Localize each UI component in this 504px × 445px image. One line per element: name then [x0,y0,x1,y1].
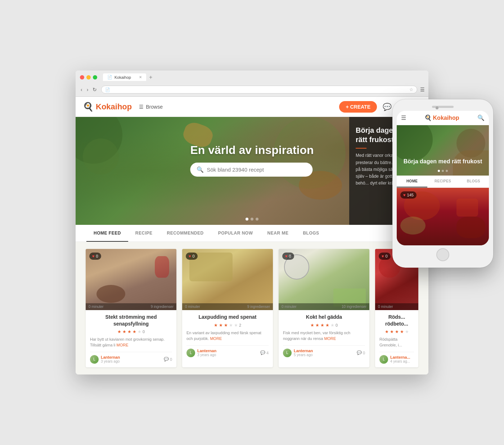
phone-speaker [432,106,454,108]
author-details-2: Lanternan 3 years ago [197,349,216,357]
star-4: ★ [132,329,136,334]
bookmark-icon[interactable]: ☆ [409,87,413,92]
address-bar[interactable]: 📄 ☆ [101,86,417,94]
browse-button[interactable]: ☰ Browse [139,104,163,110]
like-badge-2[interactable]: ♥ 0 [186,253,198,260]
tab-recommended[interactable]: RECOMMENDED [160,225,211,241]
author-name-1[interactable]: Lanternan [101,355,120,359]
phone-tab-home[interactable]: HOME [397,176,427,187]
card-footer-2: L Lanternan 3 years ago 💬 4 [186,345,269,357]
tab-title: Kokaihop [114,75,131,80]
more-link-3[interactable]: MORE [324,336,336,341]
close-button[interactable] [80,75,84,80]
comment-count-1: 💬 0 [164,357,172,362]
phone-hero-dots [438,170,448,172]
create-button[interactable]: + CREATE [339,101,377,113]
phone-screen: ☰ 🍳 Kokaihop 🔍 Börja dagen med rät [397,111,489,245]
browser-menu-icon[interactable]: ☰ [420,87,425,92]
hero-dot-3[interactable] [256,218,258,221]
phone-menu-icon[interactable]: ☰ [401,114,406,121]
recipe-card-2[interactable]: ♥ 0 0 minuter 9 ingredienser Laxpudding … [182,249,273,367]
more-link-1[interactable]: MORE [117,343,129,347]
logo-icon: 🍳 [83,102,94,112]
author-time-3: 5 years ago [294,353,313,357]
tab-page-icon: 📄 [107,75,112,80]
phone-dot-1[interactable] [438,170,440,172]
messages-button[interactable]: 💬 [383,103,392,111]
tab-near-me[interactable]: NEAR ME [260,225,296,241]
author-name-4[interactable]: Lanterna... [390,355,410,359]
phone-home-button[interactable] [436,248,449,261]
logo[interactable]: 🍳 Kokaihop [83,102,132,112]
author-time-2: 3 years ago [197,353,216,357]
card-footer-4: L Lanterna... 4 years ag... [379,352,414,364]
phone-search-icon[interactable]: 🔍 [477,114,485,121]
star3-3: ★ [320,323,324,328]
card-title-3: Kokt hel gädda [283,314,365,320]
phone-nav-tabs: HOME RECIPES BLOGS [397,176,489,188]
tab-blogs[interactable]: BLOGS [296,225,326,241]
comment-icon-2: 💬 [260,350,265,355]
card-title-4: Röds... rödbeto... [379,314,414,327]
hero-dot-1[interactable] [246,218,248,221]
phone-dot-3[interactable] [446,170,448,172]
search-input[interactable] [207,167,306,173]
new-tab-button[interactable]: + [148,74,154,81]
hero-text-center: En värld av inspiration 🔍 [190,144,314,177]
author-avatar-3: L [283,349,292,357]
tab-home-feed[interactable]: HOME FEED [86,225,128,241]
tab-popular-now[interactable]: POPULAR NOW [211,225,260,241]
forward-button[interactable]: › [85,86,90,93]
phone-logo[interactable]: 🍳 Kokaihop [424,114,459,121]
browser-chrome: 📄 Kokaihop ✕ + ‹ › ↻ 📄 [76,71,428,97]
card-stars-1: ★ ★ ★ ★ ★ 0 [90,329,172,334]
phone-tab-recipes[interactable]: RECIPES [427,176,458,187]
card-body-4: Röds... rödbeto... ★ ★ ★ ★ ★ Rödspätta G… [375,310,418,367]
tab-recipe[interactable]: RECIPE [128,225,160,241]
site-header: 🍳 Kokaihop ☰ Browse + CREATE 💬 🔔 👤 [76,97,428,117]
browser-tab[interactable]: 📄 Kokaihop ✕ [103,73,146,81]
minimize-button[interactable] [86,75,91,80]
phone-tab-blogs[interactable]: BLOGS [458,176,489,187]
ingredients-count-3: 10 ingredienser [342,305,366,309]
like-badge-4[interactable]: ♥ 0 [379,253,391,260]
phone-wrapper: ☰ 🍳 Kokaihop 🔍 Börja dagen med rät [392,99,493,268]
ingredients-count-1: 9 ingredienser [151,305,174,309]
comment-num-1: 0 [170,357,172,362]
comment-icon-3: 💬 [357,350,362,355]
back-button[interactable]: ‹ [79,86,84,93]
card-desc-2: En variant av laxpudding med färsk spena… [186,330,269,342]
cook-time-2: 0 minuter [185,305,200,309]
author-info-4: L Lanterna... 4 years ag... [379,355,410,364]
tab-close-icon[interactable]: ✕ [139,75,142,79]
author-details-4: Lanterna... 4 years ag... [390,355,410,363]
cook-time-4: 0 minuter [378,305,393,309]
recipe-card-3[interactable]: ♥ 0 0 minuter 10 ingredienser Kokt hel g… [279,249,369,367]
card-meta-4: 0 minuter [375,303,418,310]
recipe-card-1[interactable]: ♥ 0 0 minuter 9 ingredienser Stekt ström… [86,249,176,367]
like-badge-3[interactable]: ♥ 0 [282,253,294,260]
reload-button[interactable]: ↻ [91,86,98,93]
phone-like-badge[interactable]: ♥ 145 [400,191,417,199]
author-details-3: Lanternan 5 years ago [294,349,313,357]
hero-dot-2[interactable] [251,218,253,221]
comment-icon-1: 💬 [164,357,169,362]
maximize-button[interactable] [93,75,97,80]
page-icon: 📄 [105,87,110,92]
rating-count-1: 0 [143,330,145,334]
star-1: ★ [117,329,121,334]
author-name-2[interactable]: Lanternan [197,349,216,353]
more-link-2[interactable]: MORE [210,336,222,341]
traffic-lights [80,75,97,80]
card-title-1: Stekt strömming med senapsfyllning [90,314,172,327]
phone-recipe-card[interactable]: ♥ 145 [397,188,489,245]
nav-tabs: HOME FEED RECIPE RECOMMENDED POPULAR NOW… [76,225,428,242]
phone-dot-2[interactable] [442,170,444,172]
author-info-2: L Lanternan 3 years ago [186,349,216,357]
hero-search[interactable]: 🔍 [190,163,312,177]
author-name-3[interactable]: Lanternan [294,349,313,353]
browser-window: 📄 Kokaihop ✕ + ‹ › ↻ 📄 [76,71,428,374]
like-badge-1[interactable]: ♥ 0 [89,253,101,260]
heart-icon: ♥ [92,254,95,258]
cook-time-3: 0 minuter [282,305,297,309]
